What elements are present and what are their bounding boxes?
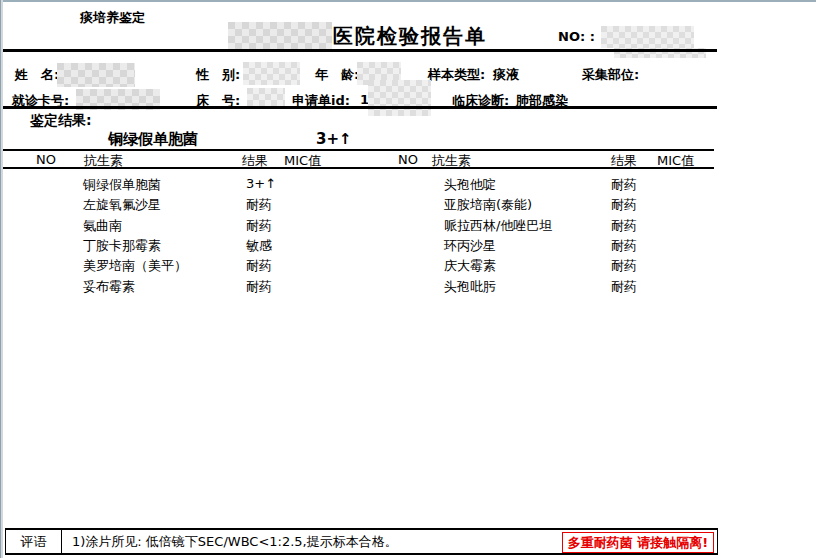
redacted-bed-no [247, 88, 285, 106]
info-divider-line [3, 106, 717, 109]
redacted-name [57, 63, 135, 87]
redacted-request-id [368, 80, 431, 116]
table-row: 环丙沙星 [444, 237, 496, 255]
table-row-result: 耐药 [246, 257, 272, 275]
table-row-result: 耐药 [611, 278, 637, 296]
table-row: 丁胺卡那霉素 [83, 237, 161, 255]
mdr-alert-badge: 多重耐药菌 请接触隔离! [562, 532, 714, 553]
table-row-result: 耐药 [611, 196, 637, 214]
table-header-top-line [3, 149, 714, 151]
table-row: 亚胺培南(泰能) [444, 196, 532, 214]
report-title: 医院检验报告单 [333, 23, 487, 50]
title-divider-line [3, 49, 717, 52]
redacted-hospital-name [228, 22, 332, 49]
table-row: 头孢吡肟 [444, 278, 496, 296]
window-border-top [0, 0, 816, 2]
table-row-result: 3+↑ [246, 176, 276, 191]
redacted-gender [243, 62, 300, 85]
table-row: 妥布霉素 [83, 278, 135, 296]
table-row: 庆大霉素 [444, 257, 496, 275]
table-row-result: 耐药 [611, 257, 637, 275]
comment-label: 评语 [6, 530, 62, 553]
redacted-report-no [601, 26, 694, 48]
table-row: 氨曲南 [83, 217, 122, 235]
result-section-heading: 鉴定结果: [30, 112, 92, 130]
table-row-result: 耐药 [611, 176, 637, 194]
name-label: 姓 名: [15, 66, 59, 84]
table-row-result: 敏感 [246, 237, 272, 255]
organism-name: 铜绿假单胞菌 [108, 130, 198, 149]
table-row-result: 耐药 [611, 217, 637, 235]
lab-report-window: { "header": { "report_type": "痰培养鉴定", "t… [0, 0, 816, 558]
col-header-no-left: NO [36, 152, 56, 167]
window-border-left [0, 0, 3, 558]
sample-type-label: 样本类型: [428, 66, 485, 84]
collection-site-label: 采集部位: [582, 66, 639, 84]
sample-type-value: 痰液 [493, 66, 519, 84]
table-row: 铜绿假单胞菌 [83, 176, 161, 194]
table-row: 左旋氧氟沙星 [83, 196, 161, 214]
table-row-result: 耐药 [246, 217, 272, 235]
table-row-result: 耐药 [611, 237, 637, 255]
table-row: 美罗培南（美平） [83, 257, 187, 275]
report-no-label: NO: : [558, 29, 595, 44]
table-header-bottom-line [3, 167, 714, 169]
table-row-result: 耐药 [246, 278, 272, 296]
col-header-no-right: NO [398, 152, 418, 167]
age-label: 年 龄: [315, 66, 359, 84]
table-row: 哌拉西林/他唑巴坦 [444, 217, 552, 235]
table-row-result: 耐药 [246, 196, 272, 214]
organism-result: 3+↑ [316, 130, 352, 148]
table-row: 头孢他啶 [444, 176, 496, 194]
report-type-label: 痰培养鉴定 [80, 9, 145, 27]
gender-label: 性 别: [196, 66, 240, 84]
